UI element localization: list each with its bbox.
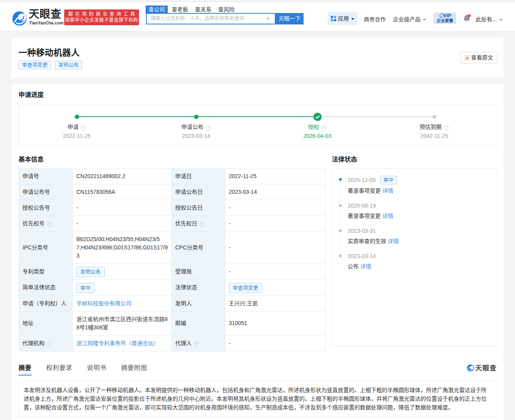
svg-text:天眼查: 天眼查	[475, 364, 497, 372]
